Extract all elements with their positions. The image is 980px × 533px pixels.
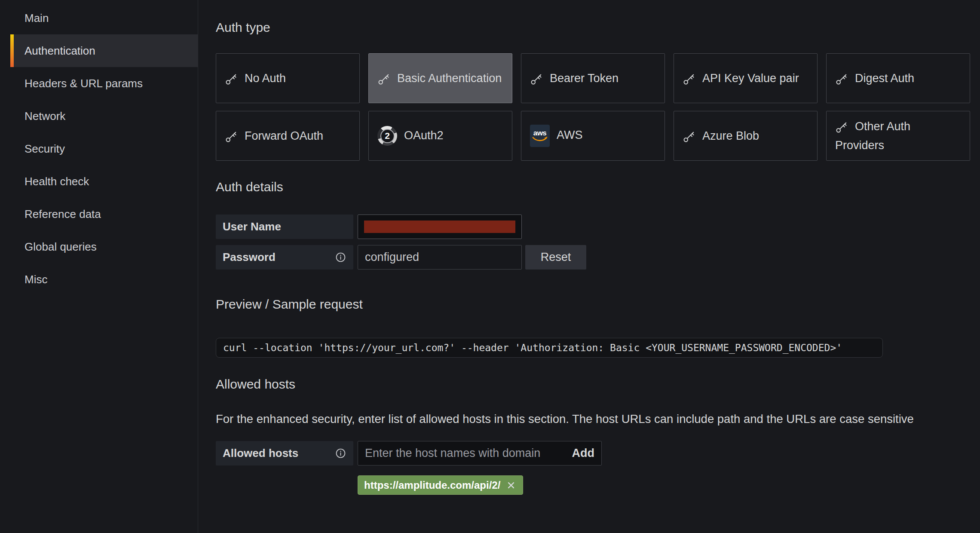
- auth-option-oauth2[interactable]: 2OAuth2: [368, 111, 512, 161]
- auth-option-label: Bearer Token: [550, 72, 619, 85]
- auth-option-label: OAuth2: [404, 129, 444, 142]
- auth-option-label: Forward OAuth: [245, 129, 323, 142]
- auth-option-label: Digest Auth: [855, 72, 914, 85]
- auth-option-no-auth[interactable]: No Auth: [216, 53, 360, 103]
- password-row: Password configured Reset: [216, 245, 972, 270]
- auth-option-api-key-value-pair[interactable]: API Key Value pair: [674, 53, 818, 103]
- key-icon: [377, 73, 390, 86]
- active-indicator: [10, 34, 14, 67]
- auth-option-label: API Key Value pair: [702, 72, 799, 85]
- host-tag-url: https://amplitude.com/api/2/: [364, 479, 500, 491]
- sidebar-item-health-check[interactable]: Health check: [0, 165, 198, 198]
- key-icon: [835, 73, 848, 86]
- auth-option-basic-authentication[interactable]: Basic Authentication: [368, 53, 512, 103]
- user-name-label: User Name: [216, 214, 353, 239]
- remove-host-icon[interactable]: [505, 480, 517, 491]
- oauth2-badge-icon: 2: [377, 126, 397, 146]
- info-icon[interactable]: [335, 447, 346, 459]
- allowed-hosts-label: Allowed hosts: [216, 441, 353, 466]
- add-host-button[interactable]: Add: [572, 447, 594, 460]
- auth-details-form: User Name Password configured Reset: [216, 214, 972, 270]
- aws-logo-icon: aws: [530, 125, 550, 147]
- allowed-hosts-description: For the enhanced security, enter list of…: [216, 408, 955, 430]
- auth-option-forward-oauth[interactable]: Forward OAuth: [216, 111, 360, 161]
- password-label: Password: [216, 245, 353, 270]
- aws-logo-text: aws: [533, 129, 547, 137]
- allowed-hosts-tags: https://amplitude.com/api/2/: [358, 475, 972, 495]
- sidebar-item-misc[interactable]: Misc: [0, 263, 198, 296]
- user-name-row: User Name: [216, 214, 972, 239]
- password-configured-value: configured: [365, 251, 419, 264]
- auth-option-bearer-token[interactable]: Bearer Token: [521, 53, 665, 103]
- auth-type-heading: Auth type: [216, 20, 972, 35]
- key-icon: [683, 73, 695, 86]
- auth-option-label: Basic Authentication: [397, 72, 502, 85]
- allowed-hosts-input[interactable]: [365, 447, 570, 460]
- sidebar-item-headers-url-params[interactable]: Headers & URL params: [0, 67, 198, 100]
- info-icon[interactable]: [335, 251, 346, 263]
- password-field[interactable]: configured: [358, 245, 522, 270]
- key-icon: [530, 73, 543, 86]
- sidebar-item-network[interactable]: Network: [0, 100, 198, 132]
- allowed-hosts-input-wrap: Add: [358, 441, 602, 466]
- reset-password-button[interactable]: Reset: [525, 245, 586, 270]
- preview-heading: Preview / Sample request: [216, 297, 972, 312]
- sample-request-code: curl --location 'https://your_url.com?' …: [216, 338, 883, 358]
- auth-option-azure-blob[interactable]: Azure Blob: [674, 111, 818, 161]
- auth-option-label: Azure Blob: [702, 129, 759, 142]
- auth-option-digest-auth[interactable]: Digest Auth: [826, 53, 970, 103]
- auth-option-label: No Auth: [245, 72, 286, 85]
- host-tag: https://amplitude.com/api/2/: [358, 475, 523, 495]
- key-icon: [225, 73, 238, 86]
- allowed-hosts-row: Allowed hosts Add: [216, 441, 972, 466]
- sidebar-item-global-queries[interactable]: Global queries: [0, 230, 198, 263]
- sidebar-item-reference-data[interactable]: Reference data: [0, 198, 198, 230]
- key-icon: [683, 130, 695, 143]
- sidebar-item-label: Authentication: [24, 44, 95, 58]
- sidebar-item-main[interactable]: Main: [0, 2, 198, 34]
- allowed-hosts-heading: Allowed hosts: [216, 377, 972, 392]
- redacted-user-name-value: [364, 221, 515, 233]
- settings-sidebar: Main Authentication Headers & URL params…: [0, 0, 198, 533]
- auth-option-label: AWS: [557, 129, 583, 141]
- oauth2-badge-number: 2: [380, 129, 395, 143]
- auth-type-options: No Auth Basic Authentication Bearer Toke…: [216, 53, 972, 161]
- aws-smile-arrow: [532, 137, 548, 142]
- sidebar-item-authentication[interactable]: Authentication: [10, 34, 198, 67]
- user-name-field[interactable]: [358, 214, 522, 239]
- auth-option-other-auth-providers[interactable]: Other Auth Providers: [826, 111, 970, 161]
- sidebar-item-security[interactable]: Security: [0, 132, 198, 165]
- auth-option-aws[interactable]: awsAWS: [521, 111, 665, 161]
- auth-details-heading: Auth details: [216, 179, 972, 195]
- key-icon: [835, 121, 848, 134]
- authentication-settings-panel: Auth type No Auth Basic Authentication B…: [216, 0, 972, 495]
- key-icon: [225, 130, 238, 143]
